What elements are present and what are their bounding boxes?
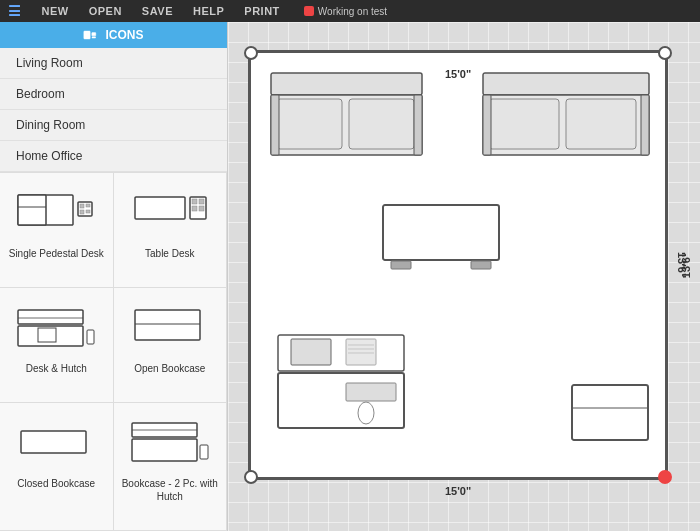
furniture-item-table-desk[interactable]: Table Desk: [114, 173, 228, 288]
closed-bookcase-label: Closed Bookcase: [17, 477, 95, 490]
corner-handle-tl[interactable]: [244, 46, 258, 60]
sidebar-item-dining-room[interactable]: Dining Room: [0, 110, 227, 141]
canvas-desk-computer[interactable]: [276, 333, 406, 433]
toolbar: ☰ NEW OPEN SAVE HELP PRINT Working on te…: [0, 0, 700, 22]
save-button[interactable]: SAVE: [142, 5, 173, 17]
svg-rect-39: [483, 95, 491, 155]
print-button[interactable]: PRINT: [244, 5, 280, 17]
svg-rect-1: [92, 33, 96, 36]
svg-rect-7: [80, 204, 84, 208]
svg-rect-42: [391, 261, 411, 269]
svg-rect-4: [18, 195, 46, 225]
closed-bookcase-icon: [12, 413, 100, 473]
svg-point-48: [358, 402, 374, 424]
open-bookcase-label: Open Bookcase: [134, 362, 205, 375]
desk-hutch-icon: [12, 298, 100, 358]
svg-rect-25: [132, 439, 197, 461]
furniture-item-desk-hutch[interactable]: Desk & Hutch: [0, 288, 114, 403]
open-bookcase-icon: [126, 298, 214, 358]
svg-rect-34: [414, 95, 422, 155]
svg-rect-0: [84, 31, 90, 39]
svg-rect-16: [199, 206, 204, 211]
svg-rect-15: [192, 206, 197, 211]
svg-rect-41: [383, 205, 499, 260]
bookcase-hutch-label: Bookcase - 2 Pc. with Hutch: [122, 477, 219, 503]
svg-rect-18: [18, 310, 83, 324]
working-label: Working on test: [318, 6, 387, 17]
table-desk-icon: [126, 183, 214, 243]
sidebar-item-bedroom[interactable]: Bedroom: [0, 79, 227, 110]
single-pedestal-desk-label: Single Pedestal Desk: [9, 247, 104, 260]
svg-rect-22: [135, 310, 200, 340]
canvas-area[interactable]: 15'0" 15'0" 13'6": [228, 22, 700, 531]
svg-rect-32: [349, 99, 414, 149]
svg-rect-31: [277, 99, 342, 149]
help-button[interactable]: HELP: [193, 5, 224, 17]
svg-rect-14: [199, 199, 204, 204]
svg-rect-40: [641, 95, 649, 155]
svg-rect-47: [346, 383, 396, 401]
svg-rect-38: [566, 99, 636, 149]
furniture-item-closed-bookcase[interactable]: Closed Bookcase: [0, 403, 114, 531]
bookcase-hutch-icon: [126, 413, 214, 473]
room-width-label-top: 15'0": [445, 68, 471, 80]
room-height-label-right2: 13'6": [680, 252, 692, 278]
room[interactable]: 15'0" 15'0" 13'6": [248, 50, 668, 480]
open-button[interactable]: OPEN: [89, 5, 122, 17]
svg-rect-21: [87, 330, 94, 344]
sidebar: ICONS Living Room Bedroom Dining Room Ho…: [0, 22, 228, 531]
working-dot-icon: [304, 6, 314, 16]
svg-rect-8: [86, 204, 90, 207]
icons-tab[interactable]: ICONS: [0, 22, 227, 48]
furniture-grid: Single Pedestal Desk Table Desk: [0, 172, 227, 531]
sidebar-item-living-room[interactable]: Living Room: [0, 48, 227, 79]
corner-handle-bl[interactable]: [244, 470, 258, 484]
canvas-sofa-right[interactable]: [481, 71, 651, 161]
working-badge: Working on test: [304, 6, 387, 17]
svg-rect-49: [346, 339, 376, 365]
canvas-tv-stand[interactable]: [381, 203, 501, 273]
svg-rect-11: [135, 197, 185, 219]
svg-rect-43: [471, 261, 491, 269]
sidebar-item-home-office[interactable]: Home Office: [0, 141, 227, 172]
single-pedestal-desk-icon: [12, 183, 100, 243]
menu-icon[interactable]: ☰: [8, 3, 22, 19]
furniture-item-single-pedestal-desk[interactable]: Single Pedestal Desk: [0, 173, 114, 288]
furniture-item-bookcase-hutch[interactable]: Bookcase - 2 Pc. with Hutch: [114, 403, 228, 531]
svg-rect-24: [21, 431, 86, 453]
desk-hutch-label: Desk & Hutch: [26, 362, 87, 375]
svg-rect-29: [271, 73, 422, 95]
svg-rect-35: [483, 73, 649, 95]
canvas-bookcase[interactable]: [570, 383, 650, 443]
main-layout: ICONS Living Room Bedroom Dining Room Ho…: [0, 22, 700, 531]
corner-handle-tr[interactable]: [658, 46, 672, 60]
svg-rect-46: [291, 339, 331, 365]
svg-rect-33: [271, 95, 279, 155]
svg-rect-37: [489, 99, 559, 149]
svg-rect-2: [92, 37, 96, 39]
table-desk-label: Table Desk: [145, 247, 194, 260]
svg-rect-53: [572, 385, 648, 440]
svg-rect-13: [192, 199, 197, 204]
svg-rect-9: [80, 210, 84, 214]
svg-rect-28: [200, 445, 208, 459]
corner-handle-br[interactable]: [658, 470, 672, 484]
svg-rect-20: [38, 328, 56, 342]
furniture-item-open-bookcase[interactable]: Open Bookcase: [114, 288, 228, 403]
canvas-sofa-left[interactable]: [269, 71, 424, 161]
svg-rect-10: [86, 210, 90, 213]
icons-tab-label: ICONS: [105, 28, 143, 42]
room-width-label-bottom: 15'0": [445, 485, 471, 497]
icons-tab-icon: [83, 29, 99, 41]
new-button[interactable]: NEW: [42, 5, 69, 17]
